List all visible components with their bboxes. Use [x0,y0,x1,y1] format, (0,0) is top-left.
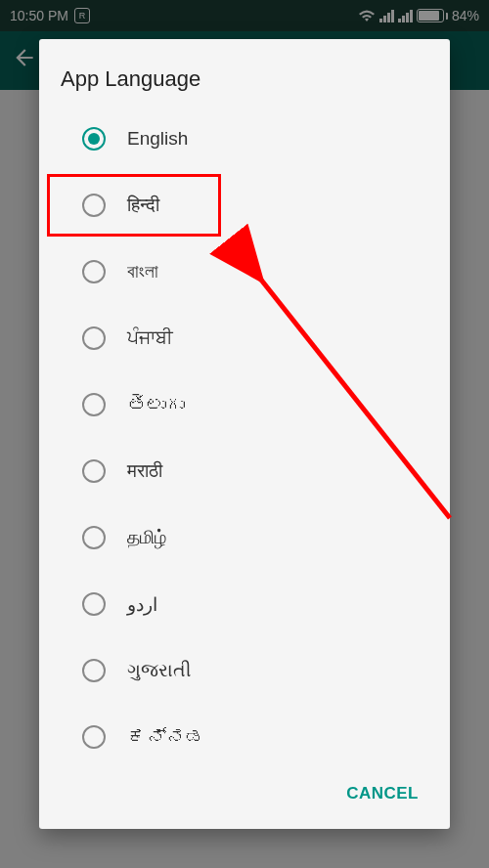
cancel-button[interactable]: CANCEL [346,784,419,803]
language-option[interactable]: ગુજરાતી [61,637,428,704]
radio-icon [82,393,106,416]
language-option[interactable]: தமிழ் [61,504,428,571]
radio-icon [82,459,106,483]
radio-icon [82,725,106,749]
language-label: ગુજરાતી [127,660,191,681]
language-option[interactable]: ਪੰਜਾਬੀ [61,305,428,371]
radio-icon [82,260,106,283]
dialog-footer: CANCEL [61,770,428,821]
radio-icon [82,592,106,616]
language-label: اردو [127,593,157,616]
language-label: मराठी [127,460,162,482]
language-option[interactable]: मराठी [61,438,428,504]
language-label: বাংলা [127,261,158,282]
radio-icon [82,127,106,151]
radio-icon [82,326,106,350]
language-label: తెలుగు [127,394,184,415]
language-option[interactable]: বাংলা [61,239,428,305]
radio-icon [82,659,106,682]
language-dialog: App Language Englishहिन्दीবাংলাਪੰਜਾਬੀతెల… [39,39,450,829]
language-label: ಕನ್ನಡ [127,726,204,748]
language-label: ਪੰਜਾਬੀ [127,327,173,349]
language-label: தமிழ் [127,527,166,548]
language-option[interactable]: English [61,106,428,172]
language-option[interactable]: తెలుగు [61,371,428,438]
radio-icon [82,526,106,549]
dialog-title: App Language [61,66,428,92]
language-list: Englishहिन्दीবাংলাਪੰਜਾਬੀతెలుగుमराठीதமிழ்… [61,106,428,770]
language-label: English [127,128,188,150]
language-option[interactable]: ಕನ್ನಡ [61,704,428,770]
language-option[interactable]: اردو [61,571,428,637]
language-label: हिन्दी [127,195,159,216]
radio-icon [82,194,106,217]
language-option[interactable]: हिन्दी [61,172,428,239]
